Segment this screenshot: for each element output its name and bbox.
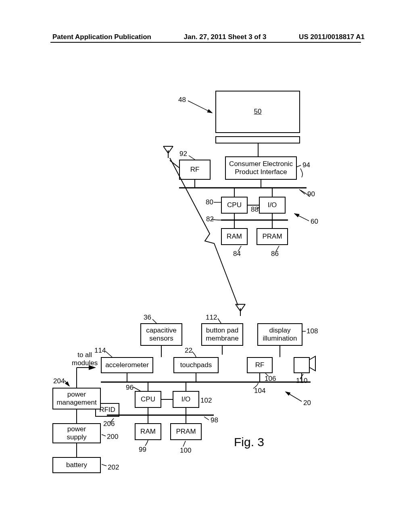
capacitive-sensors-block: capacitive sensors — [140, 323, 182, 346]
accelerometer-label: accelerometer — [105, 361, 149, 369]
display-box: 50 — [215, 91, 300, 133]
button-pad-membrane-label: button pad membrane — [206, 326, 238, 343]
cep-interface-label: Consumer Electronic Product Interface — [229, 160, 293, 177]
cpu-lower-label: CPU — [141, 395, 155, 403]
ram-upper-block: RAM — [221, 228, 248, 245]
cpu-upper-block: CPU — [221, 197, 248, 214]
ref-200: 200 — [107, 433, 118, 441]
ref-104: 104 — [254, 387, 265, 395]
svg-line-58 — [286, 392, 302, 401]
battery-block: battery — [52, 457, 101, 473]
ref-90: 90 — [307, 190, 315, 198]
figure-label: Fig. 3 — [234, 435, 264, 449]
svg-line-64 — [183, 441, 186, 447]
rf-upper-label: RF — [190, 166, 200, 174]
svg-line-65 — [102, 464, 106, 466]
svg-line-19 — [297, 165, 301, 167]
page-header: Patent Application Publication Jan. 27, … — [0, 33, 413, 41]
rf-upper-block: RF — [179, 160, 211, 180]
speaker-icon — [310, 356, 315, 371]
cep-interface-block: Consumer Electronic Product Interface — [225, 156, 297, 180]
ref-80: 80 — [206, 198, 213, 206]
power-management-block: power management — [52, 388, 101, 409]
ref-94: 94 — [302, 161, 310, 169]
display-slot — [215, 136, 300, 143]
ref-96: 96 — [126, 384, 133, 392]
svg-line-52 — [152, 319, 156, 323]
pram-lower-label: PRAM — [176, 428, 196, 436]
speaker-block — [294, 357, 310, 373]
svg-line-63 — [102, 434, 106, 436]
power-supply-block: power supply — [52, 423, 101, 443]
svg-line-60 — [65, 380, 69, 386]
ref-88: 88 — [251, 206, 259, 214]
io-upper-label: I/O — [268, 201, 277, 209]
ref-84: 84 — [233, 250, 241, 258]
display-illumination-label: display illumination — [263, 326, 297, 343]
header-left: Patent Application Publication — [52, 33, 151, 41]
ref-202: 202 — [108, 463, 119, 472]
ref-112: 112 — [206, 314, 217, 322]
ref-20: 20 — [303, 399, 311, 407]
cpu-lower-block: CPU — [135, 391, 161, 408]
button-pad-membrane-block: button pad membrane — [201, 323, 243, 346]
antenna-lower-icon — [236, 304, 245, 316]
ref-48: 48 — [178, 96, 186, 104]
pram-lower-block: PRAM — [170, 423, 202, 440]
display-ref-50: 50 — [254, 108, 262, 116]
header-rule — [50, 42, 361, 43]
ref-114: 114 — [94, 347, 106, 355]
ref-108: 108 — [307, 327, 318, 335]
io-lower-block: I/O — [173, 391, 199, 408]
ref-106: 106 — [265, 375, 276, 383]
ref-102: 102 — [200, 397, 212, 405]
io-upper-block: I/O — [259, 197, 286, 214]
cpu-upper-label: CPU — [227, 201, 242, 209]
ref-22: 22 — [185, 347, 192, 355]
svg-line-20 — [299, 189, 305, 194]
ref-206: 206 — [103, 420, 115, 428]
rf-lower-block: RF — [247, 357, 273, 373]
svg-line-18 — [189, 156, 195, 160]
svg-line-53 — [218, 318, 221, 323]
ref-92: 92 — [179, 150, 187, 158]
ref-82: 82 — [206, 215, 214, 223]
touchpads-block: touchpads — [173, 357, 219, 373]
ref-60: 60 — [311, 218, 318, 226]
ref-100: 100 — [180, 447, 191, 455]
power-management-label: power management — [56, 391, 96, 407]
ram-lower-block: RAM — [135, 423, 161, 440]
antenna-upper-icon — [163, 146, 173, 158]
io-lower-label: I/O — [181, 395, 191, 403]
svg-line-17 — [188, 101, 212, 113]
ref-204: 204 — [53, 377, 65, 385]
connector-lines — [0, 0, 413, 532]
svg-line-55 — [106, 351, 112, 357]
header-right: US 2011/0018817 A1 — [299, 33, 365, 41]
battery-label: battery — [66, 461, 87, 469]
rfid-label: RFID — [99, 406, 115, 414]
power-supply-label: power supply — [67, 425, 86, 442]
ram-upper-label: RAM — [227, 233, 242, 241]
ref-99: 99 — [139, 446, 146, 454]
pram-upper-label: PRAM — [262, 233, 282, 241]
svg-line-4 — [170, 160, 179, 168]
ref-36: 36 — [144, 314, 151, 322]
ref-98: 98 — [211, 416, 218, 424]
ref-86: 86 — [271, 250, 279, 258]
rf-lower-label: RF — [255, 361, 265, 369]
ref-110: 110 — [296, 377, 307, 385]
to-all-modules-label: to all modules — [72, 351, 98, 367]
accelerometer-block: accelerometer — [101, 357, 153, 373]
svg-line-25 — [294, 214, 309, 221]
pram-upper-block: PRAM — [257, 228, 288, 245]
touchpads-label: touchpads — [180, 361, 212, 369]
ram-lower-label: RAM — [140, 428, 156, 436]
page: Patent Application Publication Jan. 27, … — [0, 0, 413, 532]
svg-line-59 — [133, 387, 140, 391]
display-illumination-block: display illumination — [257, 323, 302, 346]
svg-line-61 — [204, 417, 209, 420]
capacitive-sensors-label: capacitive sensors — [146, 326, 177, 343]
header-center: Jan. 27, 2011 Sheet 3 of 3 — [184, 33, 267, 41]
